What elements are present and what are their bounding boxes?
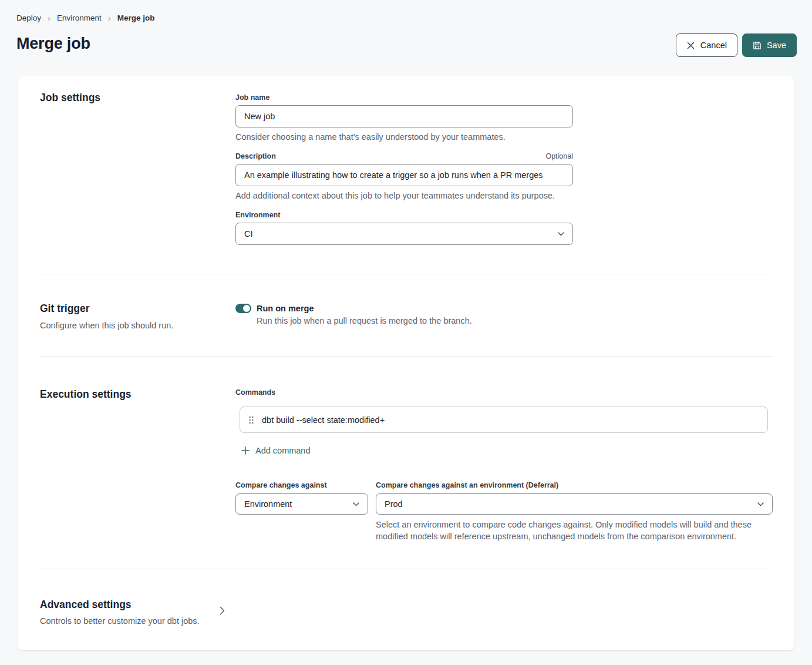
- breadcrumb-item-deploy[interactable]: Deploy: [16, 14, 41, 22]
- section-divider: [40, 356, 772, 357]
- job-name-label: Job name: [235, 93, 269, 102]
- advanced-settings-expand-button[interactable]: [220, 606, 225, 615]
- breadcrumb: Deploy › Environment › Merge job: [16, 14, 155, 22]
- chevron-right-icon: ›: [108, 14, 111, 22]
- deferral-value: Prod: [385, 499, 403, 509]
- add-command-label: Add command: [255, 446, 311, 455]
- plus-icon: [241, 446, 250, 455]
- run-on-merge-label: Run on merge: [257, 304, 314, 313]
- page-title: Merge job: [16, 35, 90, 53]
- git-trigger-subheading: Configure when this job should run.: [40, 321, 173, 330]
- chevron-down-icon: [353, 502, 359, 506]
- chevron-down-icon: [757, 502, 764, 506]
- save-button[interactable]: Save: [742, 33, 797, 57]
- drag-handle-icon[interactable]: [249, 416, 254, 424]
- section-divider: [40, 274, 772, 274]
- run-on-merge-toggle[interactable]: [235, 304, 251, 313]
- job-settings-heading: Job settings: [40, 92, 100, 104]
- breadcrumb-item-environment[interactable]: Environment: [57, 14, 102, 22]
- chevron-down-icon: [558, 232, 564, 236]
- compare-changes-against-label: Compare changes against: [235, 481, 327, 489]
- command-row: dbt build --select state:modified+: [240, 407, 768, 433]
- execution-settings-heading: Execution settings: [40, 388, 132, 401]
- toggle-knob: [243, 305, 250, 312]
- header-actions: Cancel Save: [676, 33, 797, 57]
- description-helper: Add additional context about this job to…: [235, 191, 555, 200]
- chevron-right-icon: ›: [48, 14, 50, 22]
- advanced-settings-subheading: Controls to better customize your dbt jo…: [40, 616, 200, 626]
- deferral-select[interactable]: Prod: [376, 493, 773, 515]
- save-button-label: Save: [767, 41, 786, 50]
- cancel-button-label: Cancel: [700, 41, 727, 50]
- deferral-helper: Select an environment to compare code ch…: [376, 519, 759, 542]
- git-trigger-heading: Git trigger: [40, 303, 90, 315]
- job-name-input[interactable]: [235, 105, 573, 127]
- command-text[interactable]: dbt build --select state:modified+: [262, 415, 385, 425]
- commands-label: Commands: [235, 388, 275, 397]
- environment-select[interactable]: CI: [235, 223, 573, 245]
- save-disk-icon: [753, 41, 762, 50]
- job-name-helper: Consider choosing a name that's easily u…: [235, 132, 506, 142]
- advanced-settings-heading: Advanced settings: [40, 599, 132, 611]
- job-settings-card: Job settings Job name Consider choosing …: [18, 76, 794, 650]
- environment-label: Environment: [235, 211, 280, 219]
- cancel-button[interactable]: Cancel: [676, 33, 737, 57]
- merge-job-page: Deploy › Environment › Merge job Merge j…: [0, 0, 812, 665]
- compare-changes-against-select[interactable]: Environment: [235, 493, 368, 515]
- description-optional-tag: Optional: [235, 152, 573, 160]
- description-input[interactable]: [235, 164, 573, 186]
- environment-select-value: CI: [244, 229, 253, 239]
- add-command-button[interactable]: Add command: [241, 446, 311, 455]
- breadcrumb-item-merge-job: Merge job: [117, 14, 155, 22]
- compare-changes-against-value: Environment: [244, 499, 292, 509]
- deferral-label: Compare changes against an environment (…: [376, 481, 558, 489]
- close-icon: [686, 41, 695, 50]
- section-divider: [40, 569, 772, 569]
- run-on-merge-description: Run this job when a pull request is merg…: [257, 316, 472, 325]
